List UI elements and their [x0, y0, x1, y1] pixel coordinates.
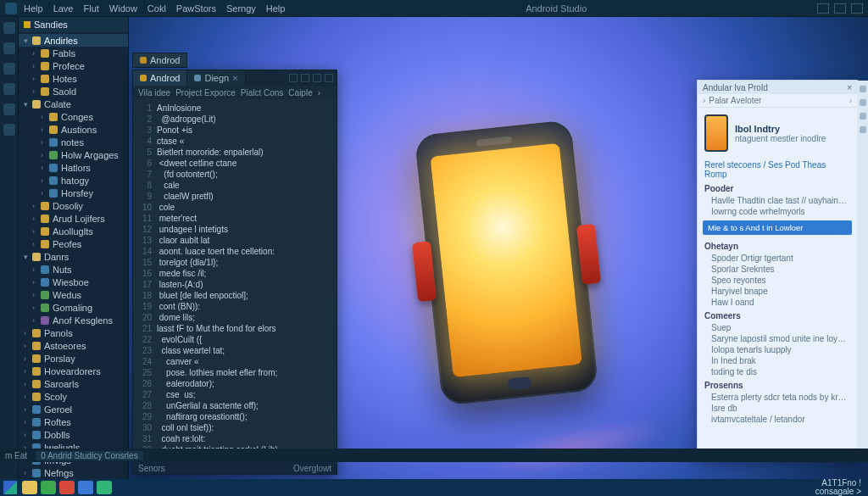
- maximize-icon[interactable]: [313, 74, 321, 82]
- tree-item[interactable]: ›Conges: [19, 110, 128, 123]
- tree-item[interactable]: ›Gomaling: [19, 301, 128, 314]
- menu-item[interactable]: Serngy: [226, 3, 256, 14]
- tree-item[interactable]: ›Panols: [19, 326, 128, 339]
- crumb[interactable]: Vila idee: [138, 88, 170, 98]
- tree-item[interactable]: ›Wiesboe: [19, 276, 128, 288]
- tree-item[interactable]: ›Profece: [19, 59, 128, 72]
- tool-icon[interactable]: [860, 86, 866, 92]
- tree-item[interactable]: ›Fabls: [19, 47, 128, 59]
- close-icon[interactable]: [325, 74, 333, 82]
- assistant-item[interactable]: Haw I oand: [698, 297, 857, 308]
- tree-item[interactable]: ›Hatlors: [19, 161, 128, 174]
- taskbar-app-studio[interactable]: [41, 481, 56, 494]
- project-icon[interactable]: [3, 22, 15, 34]
- tree-item-label: Doblls: [44, 430, 70, 440]
- tree-item[interactable]: ›Auolluglts: [19, 225, 128, 237]
- tree-item[interactable]: ›Astoeores: [19, 339, 128, 352]
- terminal-icon[interactable]: [3, 124, 15, 136]
- assistant-subheader[interactable]: › Palar Aveloter ›: [698, 94, 857, 108]
- taskbar-app-browser[interactable]: [59, 481, 75, 494]
- search-icon[interactable]: [3, 42, 15, 54]
- tree-item[interactable]: ›Geroel: [19, 403, 128, 415]
- vcs-icon[interactable]: [3, 63, 15, 75]
- tree-item[interactable]: ›Scoly: [19, 390, 128, 403]
- editor-tab[interactable]: Diegn ×: [187, 70, 245, 86]
- tree-item[interactable]: ›Horsfey: [19, 187, 128, 199]
- project-panel-header[interactable]: Sandies: [19, 17, 128, 32]
- assistant-item[interactable]: toding te dis: [698, 366, 857, 377]
- tree-item[interactable]: ›Nuts: [19, 263, 128, 276]
- taskbar-app-terminal[interactable]: [97, 481, 112, 494]
- tree-item[interactable]: ›Wedus: [19, 288, 128, 301]
- assistant-item[interactable]: Speo reyontes: [698, 275, 857, 286]
- taskbar-app-explorer[interactable]: [22, 481, 37, 494]
- crumb[interactable]: Project Exporce: [175, 88, 236, 98]
- tool-icon[interactable]: [860, 126, 866, 133]
- assistant-item[interactable]: Haryivel bnape: [698, 286, 857, 297]
- editor-tab[interactable]: Androd: [133, 70, 187, 86]
- menu-item[interactable]: Widow: [109, 3, 137, 14]
- assistant-item[interactable]: ivtamvcateltale / letandor: [698, 414, 857, 425]
- code-area[interactable]: 1AnInlosione2 @adropge(Lit)3Ponot +is4ct…: [133, 99, 337, 462]
- tree-item-label: Profece: [53, 61, 85, 71]
- highlight-banner[interactable]: Mie & to s And t in Lowloer: [703, 220, 852, 235]
- tree-item[interactable]: ›Dosoliy: [19, 199, 128, 212]
- crumb[interactable]: Pialct Cons: [241, 88, 284, 98]
- menu-item[interactable]: Help: [266, 3, 286, 14]
- tree-item[interactable]: ›hatogy: [19, 174, 128, 187]
- tool-icon[interactable]: [860, 99, 866, 106]
- minimize-icon[interactable]: [817, 3, 829, 14]
- device-icon[interactable]: [3, 103, 15, 115]
- close-icon[interactable]: ×: [232, 73, 237, 83]
- tree-root[interactable]: ▾ Andirles: [19, 34, 128, 47]
- tool-icon[interactable]: [860, 113, 866, 120]
- assistant-item[interactable]: Isre db: [698, 403, 857, 414]
- tree-item[interactable]: ›Austions: [19, 123, 128, 136]
- tree-item[interactable]: ›Arud Lojifers: [19, 212, 128, 225]
- item-icon: [49, 176, 58, 185]
- assistant-item[interactable]: Spoder Ortigr tgertant: [698, 253, 857, 264]
- editor-file-pill[interactable]: Androd: [132, 53, 187, 68]
- tree-item[interactable]: ›Holw Argages: [19, 148, 128, 161]
- menu-item[interactable]: Cokl: [147, 3, 166, 14]
- tree-item[interactable]: ›Hotes: [19, 72, 128, 85]
- tree-item[interactable]: ›Porslay: [19, 352, 128, 365]
- assistant-item[interactable]: Iolopa tenarls luupply: [698, 344, 857, 355]
- assistant-item[interactable]: Saryne lapostil smod unite ine loyplon: [698, 333, 857, 344]
- tree-item[interactable]: ▾Danrs: [19, 250, 128, 263]
- assistant-item[interactable]: Sporlar Srekntes: [698, 264, 857, 275]
- chevron-right-icon[interactable]: ›: [849, 96, 852, 105]
- tree-item[interactable]: ›Nefngs: [19, 466, 128, 479]
- item-icon: [49, 125, 58, 134]
- menu-item[interactable]: Lave: [53, 3, 74, 14]
- tree-item[interactable]: ›Roftes: [19, 415, 128, 428]
- tree-item[interactable]: ›Peofes: [19, 237, 128, 250]
- debug-icon[interactable]: [3, 83, 15, 95]
- assistant-item[interactable]: Havlle Thadtin clae tast // uayhainsgonp: [698, 195, 857, 206]
- split-icon[interactable]: [289, 74, 298, 82]
- menu-item[interactable]: Help: [24, 3, 43, 14]
- assistant-item[interactable]: Esterra plerty sdcr teta nods by krating: [698, 392, 857, 403]
- assistant-item[interactable]: In Ined brak: [698, 355, 857, 366]
- tree-item[interactable]: ›Saroarls: [19, 377, 128, 390]
- maximize-icon[interactable]: [834, 3, 846, 14]
- tree-item[interactable]: ›Doblls: [19, 428, 128, 441]
- menu-item[interactable]: PawStors: [176, 3, 216, 14]
- tree-item[interactable]: ›notes: [19, 136, 128, 148]
- tree-item[interactable]: ›Hoveardorers: [19, 365, 128, 377]
- assistant-item[interactable]: Iowrng code wrhelmyorls: [698, 206, 857, 217]
- tree-item[interactable]: ›Saold: [19, 85, 128, 98]
- tree-item[interactable]: ›Anof Kesglens: [19, 314, 128, 326]
- close-icon[interactable]: ×: [847, 83, 852, 92]
- console-tab[interactable]: 0 Andrid Studicy Consrles: [36, 451, 143, 460]
- taskbar-app-mail[interactable]: [78, 481, 93, 494]
- start-button-icon[interactable]: [3, 481, 17, 494]
- close-icon[interactable]: [851, 3, 863, 14]
- menu-item[interactable]: Flut: [83, 3, 98, 14]
- assistant-item[interactable]: Suep: [698, 322, 857, 333]
- tree-item-label: Wiesboe: [53, 277, 89, 287]
- crumb[interactable]: Caiple: [288, 88, 312, 98]
- tree-item[interactable]: ▾Calate: [19, 98, 128, 110]
- minimize-icon[interactable]: [301, 74, 309, 82]
- assistant-link[interactable]: Rerel stecoens / Ses Pod Theas Romp: [698, 159, 857, 181]
